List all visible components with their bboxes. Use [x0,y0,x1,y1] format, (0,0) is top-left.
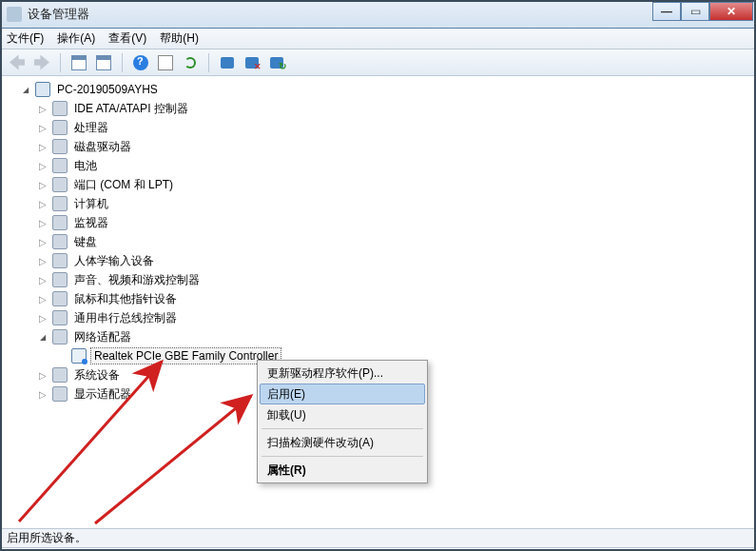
context-uninstall[interactable]: 卸载(U) [260,404,425,425]
category-icon [52,139,68,154]
context-separator [262,456,423,457]
menu-action[interactable]: 操作(A) [57,30,95,47]
tree-category-label[interactable]: 处理器 [71,119,111,137]
expand-arrow-icon[interactable] [37,142,48,152]
disable-device-button[interactable] [242,52,262,73]
tree-category-label[interactable]: 声音、视频和游戏控制器 [71,271,203,289]
context-item-label: 更新驱动程序软件(P)... [267,365,383,382]
tree-category-label[interactable]: 通用串行总线控制器 [71,309,180,327]
forward-icon [34,55,49,70]
tree-category[interactable]: 声音、视频和游戏控制器 [3,270,753,289]
view-mode-1-button[interactable] [68,52,89,73]
forward-button[interactable] [31,52,52,73]
expand-arrow-icon[interactable] [37,161,48,171]
tree-category[interactable]: 电池 [3,156,753,175]
view-icon [96,55,111,70]
tree-category[interactable]: 监视器 [3,213,753,232]
expand-arrow-icon[interactable] [37,123,48,133]
tree-category[interactable]: 鼠标和其他指针设备 [3,289,753,308]
tree-category-label[interactable]: 监视器 [71,214,111,232]
close-button[interactable] [709,2,753,21]
properties-icon [158,55,173,70]
context-menu: 更新驱动程序软件(P)... 启用(E) 卸载(U) 扫描检测硬件改动(A) 属… [257,360,428,483]
category-icon [52,120,68,135]
category-icon [52,329,68,344]
expand-arrow-icon[interactable] [37,199,48,209]
properties-button[interactable] [155,52,176,73]
category-icon [52,272,68,287]
category-icon [52,310,68,325]
expand-arrow-icon[interactable] [37,333,48,342]
expand-arrow-icon[interactable] [37,370,48,381]
refresh-icon [184,57,196,69]
tree-category[interactable]: 计算机 [3,194,753,213]
tree-category[interactable]: 键盘 [3,232,753,251]
context-enable[interactable]: 启用(E) [260,384,425,404]
context-separator [262,428,423,429]
window-titlebar: 设备管理器 [0,0,756,29]
expand-arrow-icon[interactable] [37,294,48,305]
device-disable-icon [245,57,259,69]
tree-category[interactable]: 处理器 [3,118,753,137]
menu-view[interactable]: 查看(V) [108,30,146,47]
tree-device-label[interactable]: Realtek PCIe GBE Family Controller [90,347,281,364]
tree-category[interactable]: 网络适配器 [3,327,753,346]
view-mode-2-button[interactable] [93,52,114,73]
refresh-button[interactable] [180,52,201,73]
expand-arrow-icon[interactable] [37,237,48,247]
tree-category[interactable]: 通用串行总线控制器 [3,308,753,327]
expand-arrow-icon[interactable] [20,86,31,94]
category-icon [52,215,68,230]
help-button[interactable] [130,52,151,73]
context-item-label: 启用(E) [267,386,305,403]
tree-category-label[interactable]: 人体学输入设备 [71,252,157,270]
maximize-button[interactable] [681,2,709,21]
tree-category-label[interactable]: 键盘 [71,233,100,251]
tree-category[interactable]: IDE ATA/ATAPI 控制器 [3,99,753,118]
network-adapter-icon [71,348,87,364]
statusbar-text: 启用所选设备。 [7,530,87,546]
context-scan-hardware[interactable]: 扫描检测硬件改动(A) [260,432,425,453]
expand-arrow-icon[interactable] [37,180,48,190]
expand-arrow-icon[interactable] [37,389,48,400]
update-driver-button[interactable] [217,52,238,73]
scan-hardware-button[interactable] [266,52,287,73]
expand-arrow-icon[interactable] [37,313,48,324]
context-update-driver[interactable]: 更新驱动程序软件(P)... [260,363,425,384]
expand-arrow-icon[interactable] [37,275,48,285]
tree-root-label[interactable]: PC-20190509AYHS [54,82,161,97]
window-title: 设备管理器 [28,6,755,23]
context-item-label: 属性(R) [267,462,306,479]
tree-category-label[interactable]: IDE ATA/ATAPI 控制器 [71,100,191,118]
tree-category-label[interactable]: 磁盘驱动器 [71,138,134,156]
category-icon [52,234,68,249]
tree-category-label[interactable]: 系统设备 [71,366,123,384]
context-item-label: 卸载(U) [267,407,306,423]
menu-help[interactable]: 帮助(H) [160,30,199,47]
category-icon [52,196,68,211]
tree-root[interactable]: PC-20190509AYHS [3,80,753,99]
tree-category[interactable]: 磁盘驱动器 [3,137,753,156]
minimize-button[interactable] [652,2,681,21]
expand-arrow-icon[interactable] [37,104,48,114]
tree-category-label[interactable]: 网络适配器 [71,328,134,346]
app-icon [7,7,22,22]
statusbar: 启用所选设备。 [0,529,756,548]
window-controls [652,2,753,21]
menubar: 文件(F) 操作(A) 查看(V) 帮助(H) [0,29,756,49]
back-button[interactable] [7,52,28,73]
tree-category-label[interactable]: 端口 (COM 和 LPT) [71,176,176,194]
device-icon [221,57,234,69]
category-icon [52,101,68,116]
tree-category-label[interactable]: 电池 [71,157,100,175]
tree-category-label[interactable]: 显示适配器 [71,385,134,403]
category-icon [52,253,68,268]
expand-arrow-icon[interactable] [37,218,48,228]
context-properties[interactable]: 属性(R) [260,460,425,481]
menu-file[interactable]: 文件(F) [7,30,44,47]
tree-category[interactable]: 端口 (COM 和 LPT) [3,175,753,194]
tree-category[interactable]: 人体学输入设备 [3,251,753,270]
tree-category-label[interactable]: 计算机 [71,195,111,213]
expand-arrow-icon[interactable] [37,256,48,266]
tree-category-label[interactable]: 鼠标和其他指针设备 [71,290,180,308]
